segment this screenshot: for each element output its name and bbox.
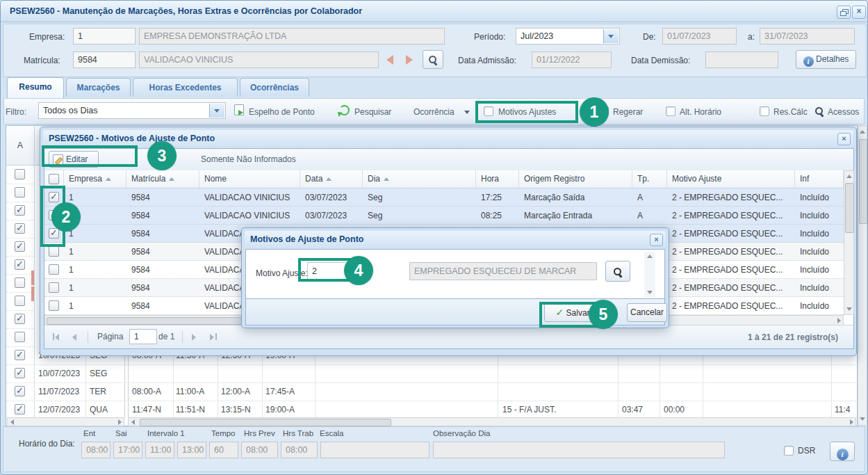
main-grid-row[interactable]: 12/07/2023QUA11:47-N11:51-N13:15-N19:00-…: [34, 401, 858, 417]
motivos-grid-row[interactable]: 19584VALIDACAO VINICIUS03/07/2023Seg17:2…: [44, 188, 844, 207]
row-checkbox[interactable]: [49, 264, 59, 275]
close-icon[interactable]: ×: [852, 6, 866, 19]
prev-employee-icon[interactable]: [386, 55, 393, 65]
column-header-origem[interactable]: Origem Registro: [519, 170, 632, 188]
cell-motivo: 2 - EMPREGADO ESQUEC...: [672, 225, 793, 243]
restore-icon[interactable]: [837, 6, 851, 19]
tab-horas-excedentes[interactable]: Horas Excedentes: [133, 78, 238, 97]
day-checkbox[interactable]: [15, 241, 25, 252]
cell-origem: Marcação Saída: [524, 188, 630, 207]
cell-tp: A: [637, 188, 665, 207]
hrs-prev-field: 08:00: [241, 442, 278, 458]
main-grid-row[interactable]: 11/07/2023TER08:00-A11:00-A12:00-A17:45-…: [34, 383, 858, 401]
row-checkbox[interactable]: [49, 246, 59, 257]
close-icon[interactable]: ×: [650, 234, 663, 246]
column-header-nome[interactable]: Nome: [199, 170, 300, 188]
motivos-grid-row[interactable]: 19584VALIDACAO VINICIUS03/07/2023Seg08:2…: [44, 207, 844, 225]
res-calc-label[interactable]: Res.Cálc: [773, 107, 808, 117]
annotation-badge-2: 2: [51, 202, 81, 232]
column-header-matricula[interactable]: Matrícula: [126, 170, 199, 188]
matricula-code-field[interactable]: 9584: [73, 51, 136, 68]
modal-scrollbar-vertical[interactable]: [844, 170, 854, 315]
row-checkbox[interactable]: [49, 282, 59, 293]
day-checkbox[interactable]: [15, 332, 25, 342]
dialog-scrollbar[interactable]: [644, 252, 655, 298]
cell-empresa: 1: [69, 225, 124, 243]
somente-nao-informados-label[interactable]: Somente Não Informados: [201, 154, 296, 164]
column-header-tp[interactable]: Tp.: [632, 170, 667, 188]
screen: PSEW2560 - Manutenção de Marcações, Hora…: [0, 0, 868, 475]
prev-page-icon[interactable]: [72, 334, 76, 341]
column-header-dia[interactable]: Dia: [363, 170, 476, 188]
annotation-badge-4: 4: [344, 256, 373, 285]
select-all-checkbox[interactable]: [49, 174, 59, 184]
info-icon: i: [803, 56, 814, 67]
annotation-box-1: [475, 101, 578, 123]
row-checkbox[interactable]: [49, 300, 59, 311]
main-grid-row[interactable]: 10/07/2023SEG: [34, 364, 858, 383]
matricula-name-field: VALIDACAO VINICIUS: [139, 51, 379, 68]
res-calc-checkbox[interactable]: [760, 106, 769, 116]
column-a-header[interactable]: A: [6, 126, 35, 165]
column-header-empresa[interactable]: Empresa: [64, 170, 126, 188]
day-checkbox[interactable]: [15, 314, 25, 324]
last-page-icon[interactable]: [210, 334, 214, 341]
scrollbar-horizontal-left[interactable]: [7, 417, 124, 426]
day-row: [6, 202, 34, 220]
empresa-code-field[interactable]: 1: [73, 28, 136, 45]
column-header-motivo[interactable]: Motivo Ajuste: [667, 170, 795, 188]
day-checkbox[interactable]: [15, 404, 25, 414]
day-checkbox[interactable]: [15, 259, 25, 270]
search-employee-button[interactable]: [423, 50, 443, 69]
search-motivo-button[interactable]: [605, 261, 630, 282]
day-checkbox[interactable]: [15, 169, 25, 179]
day-checkbox[interactable]: [15, 386, 25, 396]
alt-horario-checkbox[interactable]: [666, 106, 675, 116]
tab-resumo[interactable]: Resumo: [7, 77, 64, 98]
empresa-label: Empresa:: [29, 32, 65, 42]
regerar-label[interactable]: Regerar: [613, 107, 643, 117]
day-info-button[interactable]: i: [830, 442, 855, 461]
cancelar-button[interactable]: Cancelar: [627, 303, 667, 322]
col-ent: Ent: [83, 429, 95, 437]
first-page-icon[interactable]: [55, 334, 59, 341]
column-header-data[interactable]: Data: [300, 170, 363, 188]
alt-horario-label[interactable]: Alt. Horário: [680, 107, 721, 117]
first-page-icon[interactable]: [53, 333, 54, 340]
tab-marcacoes[interactable]: Marcações: [66, 78, 131, 97]
ocorrencia-menu[interactable]: Ocorrência: [413, 107, 455, 117]
dsr-checkbox[interactable]: [784, 446, 794, 456]
periodo-select[interactable]: Jul/2023: [516, 28, 620, 45]
day-checkbox[interactable]: [15, 223, 25, 234]
day-checkbox[interactable]: [15, 350, 25, 360]
page-number-input[interactable]: 1: [129, 329, 157, 344]
day-checkbox[interactable]: [15, 205, 25, 216]
col-intervalo: Intervalo 1: [147, 429, 185, 437]
pesquisar-button[interactable]: Pesquisar: [354, 107, 391, 117]
acessos-button[interactable]: Acessos: [828, 107, 859, 117]
scrollbar-horizontal[interactable]: [128, 417, 856, 426]
next-employee-icon[interactable]: [406, 55, 413, 65]
col-sai: Sai: [115, 429, 127, 437]
espelho-de-ponto-button[interactable]: Espelho de Ponto: [249, 107, 315, 117]
chevron-down-icon[interactable]: [603, 29, 619, 43]
next-page-icon[interactable]: [192, 334, 196, 341]
detalhes-button[interactable]: i Detalhes: [796, 50, 856, 69]
day-checkbox[interactable]: [15, 368, 25, 378]
periodo-label: Período:: [474, 32, 505, 42]
cell-empresa: 1: [69, 243, 124, 261]
day-checkbox[interactable]: [15, 296, 25, 306]
close-icon[interactable]: ×: [837, 133, 851, 145]
cell-t1: 11:47-N: [132, 401, 161, 417]
day-checkbox[interactable]: [15, 277, 25, 288]
col-observacao: Observação Dia: [433, 429, 490, 437]
column-header-inf[interactable]: Inf: [795, 170, 844, 188]
day-checkbox[interactable]: [15, 187, 25, 198]
column-header-hora[interactable]: Hora: [476, 170, 519, 188]
cell-t4: 17:45-A: [265, 383, 295, 401]
chevron-down-icon[interactable]: [209, 104, 224, 118]
filtro-select[interactable]: Todos os Dias: [38, 102, 226, 119]
last-page-icon[interactable]: [215, 333, 217, 340]
tab-ocorrencias[interactable]: Ocorrências: [240, 78, 309, 97]
scrollbar-vertical[interactable]: [858, 126, 867, 426]
